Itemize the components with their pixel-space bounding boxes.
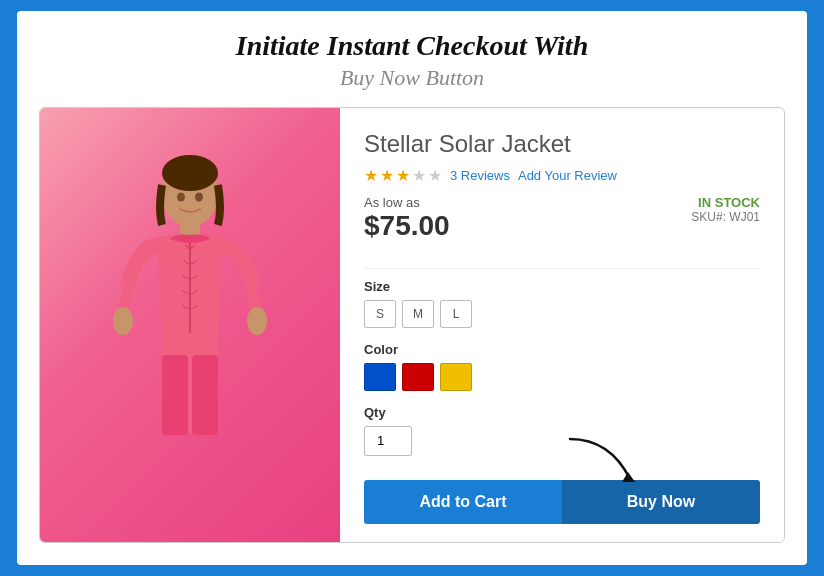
color-blue-swatch[interactable] bbox=[364, 363, 396, 391]
outer-container: Initiate Instant Checkout With Buy Now B… bbox=[17, 11, 807, 565]
price-section: As low as $75.00 bbox=[364, 195, 450, 242]
as-low-as-label: As low as bbox=[364, 195, 450, 210]
star-5: ★ bbox=[428, 166, 442, 185]
in-stock-label: IN STOCK bbox=[691, 195, 760, 210]
qty-input[interactable] bbox=[364, 426, 412, 456]
svg-point-9 bbox=[177, 192, 185, 201]
size-s-button[interactable]: S bbox=[364, 300, 396, 328]
color-label: Color bbox=[364, 342, 760, 357]
stars: ★ ★ ★ ★ ★ bbox=[364, 166, 442, 185]
rating-row: ★ ★ ★ ★ ★ 3 Reviews Add Your Review bbox=[364, 166, 760, 185]
product-image-placeholder bbox=[40, 108, 340, 542]
svg-point-1 bbox=[162, 155, 218, 191]
stock-section: IN STOCK SKU#: WJ01 bbox=[691, 195, 760, 224]
color-red-swatch[interactable] bbox=[402, 363, 434, 391]
reviews-link[interactable]: 3 Reviews bbox=[450, 168, 510, 183]
sku-label: SKU#: bbox=[691, 210, 726, 224]
star-1: ★ bbox=[364, 166, 378, 185]
main-title: Initiate Instant Checkout With bbox=[39, 29, 785, 63]
size-options: S M L bbox=[364, 300, 760, 328]
product-image-section bbox=[40, 108, 340, 542]
size-l-button[interactable]: L bbox=[440, 300, 472, 328]
svg-point-10 bbox=[195, 192, 203, 201]
add-review-link[interactable]: Add Your Review bbox=[518, 168, 617, 183]
size-label: Size bbox=[364, 279, 760, 294]
qty-label: Qty bbox=[364, 405, 760, 420]
star-4: ★ bbox=[412, 166, 426, 185]
svg-rect-7 bbox=[162, 355, 188, 435]
arrow-annotation bbox=[560, 434, 640, 489]
action-row: Add to Cart Buy Now bbox=[364, 480, 760, 524]
divider bbox=[364, 268, 760, 269]
sku: SKU#: WJ01 bbox=[691, 210, 760, 224]
svg-marker-11 bbox=[622, 472, 635, 482]
price-row: As low as $75.00 IN STOCK SKU#: WJ01 bbox=[364, 195, 760, 242]
size-m-button[interactable]: M bbox=[402, 300, 434, 328]
color-options bbox=[364, 363, 760, 391]
svg-rect-8 bbox=[192, 355, 218, 435]
product-card: Stellar Solar Jacket ★ ★ ★ ★ ★ 3 Reviews… bbox=[39, 107, 785, 543]
product-details-section: Stellar Solar Jacket ★ ★ ★ ★ ★ 3 Reviews… bbox=[340, 108, 784, 542]
header-section: Initiate Instant Checkout With Buy Now B… bbox=[39, 29, 785, 91]
color-yellow-swatch[interactable] bbox=[440, 363, 472, 391]
add-to-cart-button[interactable]: Add to Cart bbox=[364, 480, 562, 524]
star-3: ★ bbox=[396, 166, 410, 185]
star-2: ★ bbox=[380, 166, 394, 185]
model-figure bbox=[90, 155, 290, 495]
sub-title: Buy Now Button bbox=[39, 65, 785, 91]
svg-point-4 bbox=[113, 307, 133, 335]
svg-point-5 bbox=[247, 307, 267, 335]
sku-value: WJ01 bbox=[729, 210, 760, 224]
price: $75.00 bbox=[364, 210, 450, 242]
product-name: Stellar Solar Jacket bbox=[364, 130, 760, 158]
